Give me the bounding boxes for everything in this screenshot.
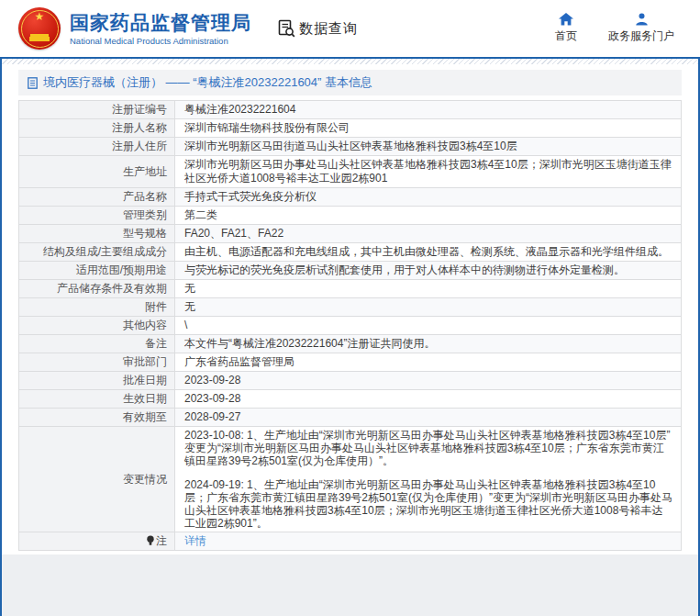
row-value: 深圳市光明新区马田办事处马山头社区钟表基地格雅科技园3栋4至10层；深圳市光明区…: [175, 156, 682, 188]
row-label: 生产地址: [19, 156, 175, 188]
data-query-button[interactable]: 数据查询: [277, 19, 358, 38]
nav-home-label: 首页: [555, 28, 577, 44]
table-row: 注册人名称深圳市锦瑞生物科技股份有限公司: [19, 119, 682, 138]
main-area: 境内医疗器械（注册） —— “粤械注准20232221604” 基本信息 注册证…: [2, 64, 698, 551]
row-label: 注册证编号: [19, 101, 175, 119]
breadcrumb: 境内医疗器械（注册） —— “粤械注准20232221604” 基本信息: [18, 70, 682, 95]
site-subtitle: National Medical Products Administration: [70, 36, 251, 46]
table-row: 型号规格FA20、FA21、FA22: [19, 225, 682, 243]
row-value: 第二类: [175, 207, 682, 225]
row-value: 无: [175, 280, 682, 298]
row-value: \: [175, 317, 682, 335]
row-value: FA20、FA21、FA22: [175, 225, 682, 243]
row-value: 2023-10-08: 1、生产地址由“深圳市光明新区马田办事处马山头社区钟表基…: [175, 427, 682, 532]
table-row: 变更情况2023-10-08: 1、生产地址由“深圳市光明新区马田办事处马山头社…: [19, 427, 682, 532]
info-table: 注册证编号粤械注准20232221604注册人名称深圳市锦瑞生物科技股份有限公司…: [18, 100, 682, 551]
row-label: 适用范围/预期用途: [19, 262, 175, 280]
row-value: 详情: [175, 532, 682, 551]
row-label: 附件: [19, 298, 175, 317]
table-row: 管理类别第二类: [19, 207, 682, 225]
table-row: 有效期至2028-09-27: [19, 409, 682, 427]
site-title: 国家药品监督管理局: [70, 12, 251, 34]
user-icon: [635, 13, 649, 26]
row-value: 2023-09-28: [175, 372, 682, 390]
doc-search-icon: [277, 19, 295, 38]
nmpa-emblem-logo: ★: [18, 7, 61, 50]
row-label: 管理类别: [19, 207, 175, 225]
row-value: 深圳市锦瑞生物科技股份有限公司: [175, 119, 682, 138]
row-value: 2028-09-27: [175, 409, 682, 427]
table-row: 适用范围/预期用途与荧光标记的荧光免疫层析试剂配套使用，用于对人体样本中的待测物…: [19, 262, 682, 280]
row-value: 广东省药品监督管理局: [175, 353, 682, 372]
row-value: 手持式干式荧光免疫分析仪: [175, 188, 682, 207]
row-label: 产品储存条件及有效期: [19, 280, 175, 298]
table-row: 产品名称手持式干式荧光免疫分析仪: [19, 188, 682, 207]
row-label: 产品名称: [19, 188, 175, 207]
row-value: 深圳市光明新区马田街道马山头社区钟表基地格雅科技园3栋4至10层: [175, 138, 682, 156]
table-row: 注册人住所深圳市光明新区马田街道马山头社区钟表基地格雅科技园3栋4至10层: [19, 138, 682, 156]
table-row: 批准日期2023-09-28: [19, 372, 682, 390]
content-frame: 境内医疗器械（注册） —— “粤械注准20232221604” 基本信息 注册证…: [0, 57, 700, 616]
table-row: 注册证编号粤械注准20232221604: [19, 101, 682, 119]
table-row: 产品储存条件及有效期无: [19, 280, 682, 298]
row-value: 本文件与“粤械注准20232221604”注册证共同使用。: [175, 335, 682, 353]
row-label: 批准日期: [19, 372, 175, 390]
row-label: 结构及组成/主要组成成分: [19, 243, 175, 262]
nav-gov-portal-label: 政务服务门户: [608, 28, 674, 44]
table-row: 审批部门广东省药品监督管理局: [19, 353, 682, 372]
data-query-label: 数据查询: [299, 20, 358, 38]
row-value: 无: [175, 298, 682, 317]
row-value: 2023-09-28: [175, 390, 682, 409]
change-paragraph: 2024-09-19: 1、生产地址由“深圳市光明新区马田办事处马山头社区钟表基…: [184, 478, 673, 530]
row-label: 注: [19, 532, 175, 551]
row-label: 注册人住所: [19, 138, 175, 156]
table-row: 注详情: [19, 532, 682, 551]
row-label: 注册人名称: [19, 119, 175, 138]
header-nav: 首页 政务服务门户: [555, 13, 674, 44]
row-label: 型号规格: [19, 225, 175, 243]
row-value: 粤械注准20232221604: [175, 101, 682, 119]
table-row: 附件无: [19, 298, 682, 317]
row-label: 变更情况: [19, 427, 175, 532]
info-table-body: 注册证编号粤械注准20232221604注册人名称深圳市锦瑞生物科技股份有限公司…: [19, 101, 682, 551]
table-row: 生产地址深圳市光明新区马田办事处马山头社区钟表基地格雅科技园3栋4至10层；深圳…: [19, 156, 682, 188]
note-detail-link[interactable]: 详情: [184, 534, 206, 547]
row-label: 审批部门: [19, 353, 175, 372]
row-label: 有效期至: [19, 409, 175, 427]
footer-strip: [2, 554, 698, 616]
row-label: 备注: [19, 335, 175, 353]
bulb-icon: [146, 535, 155, 546]
document-icon: [28, 77, 38, 89]
nav-home[interactable]: 首页: [555, 13, 577, 44]
table-row: 其他内容\: [19, 317, 682, 335]
table-row: 备注本文件与“粤械注准20232221604”注册证共同使用。: [19, 335, 682, 353]
row-label: 生效日期: [19, 390, 175, 409]
site-title-block: 国家药品监督管理局 National Medical Products Admi…: [70, 12, 251, 46]
row-label: 其他内容: [19, 317, 175, 335]
nav-gov-portal[interactable]: 政务服务门户: [608, 13, 674, 44]
row-value: 由主机、电源适配器和充电线组成，其中主机由微处理器、检测系统、液晶显示器和光学组…: [175, 243, 682, 262]
change-paragraph: 2023-10-08: 1、生产地址由“深圳市光明新区马田办事处马山头社区钟表基…: [184, 429, 673, 467]
breadcrumb-text: 境内医疗器械（注册） —— “粤械注准20232221604” 基本信息: [43, 74, 372, 91]
home-icon: [559, 13, 573, 26]
site-header: ★ 国家药品监督管理局 National Medical Products Ad…: [0, 0, 700, 57]
table-row: 结构及组成/主要组成成分由主机、电源适配器和充电线组成，其中主机由微处理器、检测…: [19, 243, 682, 262]
row-value: 与荧光标记的荧光免疫层析试剂配套使用，用于对人体样本中的待测物进行体外定量检测。: [175, 262, 682, 280]
table-row: 生效日期2023-09-28: [19, 390, 682, 409]
